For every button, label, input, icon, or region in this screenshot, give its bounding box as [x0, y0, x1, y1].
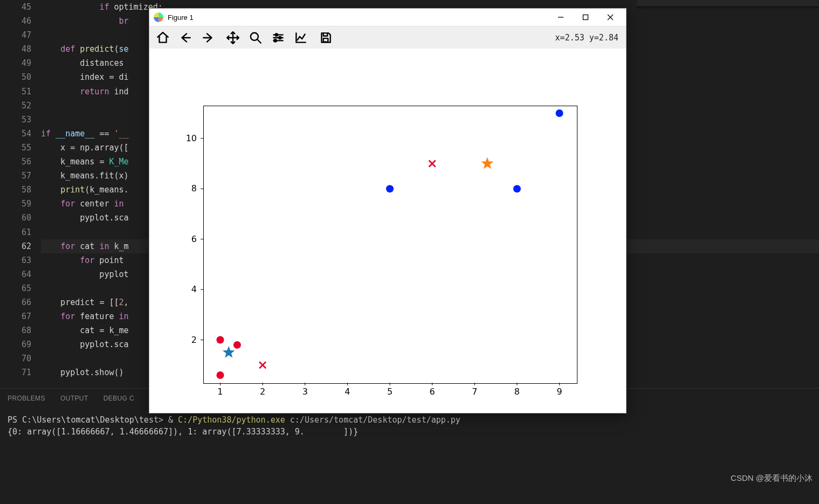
svg-point-14	[556, 109, 563, 117]
svg-text:8: 8	[514, 386, 520, 397]
svg-text:2: 2	[191, 335, 197, 345]
svg-point-9	[216, 336, 224, 344]
back-icon[interactable]	[176, 29, 195, 47]
svg-text:3: 3	[302, 386, 308, 397]
svg-text:5: 5	[387, 386, 393, 397]
cursor-coordinates: x=2.53 y=2.84	[555, 33, 622, 43]
forward-icon[interactable]	[199, 29, 217, 47]
terminal-prompt: PS C:\Users\tomcat\Desktop\test>	[8, 415, 168, 425]
home-icon[interactable]	[154, 29, 172, 47]
tab-output[interactable]: OUTPUT	[60, 395, 88, 402]
svg-text:10: 10	[186, 133, 197, 143]
zoom-icon[interactable]	[246, 29, 265, 47]
terminal-arg: c:/Users/tomcat/Desktop/test/app.py	[290, 415, 460, 425]
svg-text:7: 7	[472, 386, 477, 397]
svg-text:2: 2	[260, 386, 265, 397]
plot-axes	[203, 106, 577, 384]
svg-text:8: 8	[191, 183, 197, 194]
matplotlib-figure-window: Figure 1 x=2.53 y=2.84 123456789246810	[149, 8, 627, 413]
matplotlib-icon	[154, 12, 163, 22]
svg-text:4: 4	[345, 386, 350, 397]
tab-debug-console[interactable]: DEBUG C	[104, 395, 134, 402]
minimize-button[interactable]	[548, 9, 573, 25]
terminal-output-line: {0: array([1.16666667, 1.46666667]), 1: …	[8, 427, 358, 437]
svg-rect-1	[583, 15, 588, 20]
pan-icon[interactable]	[224, 29, 242, 47]
svg-text:6: 6	[430, 386, 435, 397]
svg-point-13	[513, 185, 521, 192]
window-title: Figure 1	[168, 13, 194, 22]
svg-point-10	[233, 341, 241, 349]
svg-point-7	[274, 39, 276, 42]
svg-point-11	[216, 371, 224, 379]
svg-rect-8	[324, 38, 328, 42]
plot-canvas[interactable]: 123456789246810	[149, 49, 626, 413]
tab-problems[interactable]: PROBLEMS	[8, 395, 45, 402]
close-button[interactable]	[598, 9, 623, 25]
watermark: CSDN @爱看书的小沐	[731, 473, 813, 484]
svg-point-12	[386, 185, 394, 192]
plot-svg	[203, 106, 577, 384]
svg-text:9: 9	[556, 386, 562, 397]
maximize-button[interactable]	[573, 9, 598, 25]
terminal-amp: &	[168, 415, 178, 425]
edit-axis-icon[interactable]	[292, 29, 310, 47]
svg-text:6: 6	[191, 234, 197, 244]
line-number-gutter: 4546474849505152535455565758596061626364…	[0, 0, 41, 388]
svg-text:1: 1	[217, 386, 223, 397]
terminal[interactable]: PS C:\Users\tomcat\Desktop\test> & C:/Py…	[0, 410, 819, 504]
window-titlebar[interactable]: Figure 1	[149, 9, 626, 26]
matplotlib-toolbar: x=2.53 y=2.84	[149, 26, 626, 50]
save-icon[interactable]	[316, 29, 335, 47]
configure-subplots-icon[interactable]	[269, 29, 287, 47]
terminal-exe: C:/Python38/python.exe	[178, 415, 290, 425]
svg-point-6	[279, 37, 281, 39]
svg-point-5	[276, 33, 278, 36]
svg-text:4: 4	[191, 284, 197, 294]
